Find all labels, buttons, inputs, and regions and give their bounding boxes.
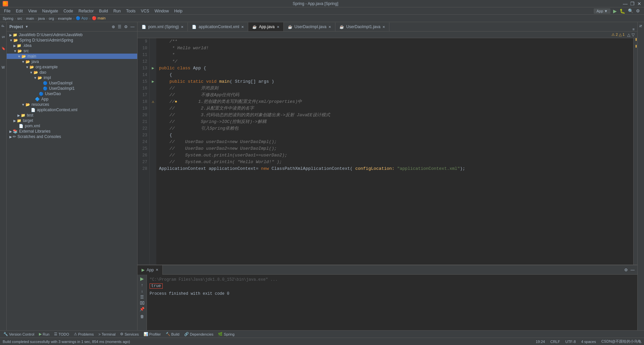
web-icon[interactable]: W <box>2 66 5 69</box>
locate-file-icon[interactable]: ⊕ <box>112 24 115 29</box>
run-tab[interactable]: ▶ App ✕ <box>138 265 163 275</box>
run-scroll-up-icon[interactable]: ↑ <box>141 283 143 287</box>
breadcrumb-app[interactable]: 🔵 App <box>76 16 88 20</box>
close-button[interactable]: ✕ <box>637 1 641 6</box>
structure-icon[interactable]: S <box>1 36 5 38</box>
editor-scrollbar-track[interactable] <box>633 38 637 265</box>
statusbar-indent[interactable]: 4 spaces <box>581 340 596 344</box>
tree-item-spring[interactable]: ▼ 📂 Spring D:\Users\Admin\Spring <box>7 38 137 43</box>
tree-item-userdaoimpl1[interactable]: 🔵 UserDaoImpl1 <box>7 86 137 91</box>
tree-item-test[interactable]: ▶ 📁 test <box>7 113 137 118</box>
menu-tools[interactable]: Tools <box>123 8 138 14</box>
bookmarks-icon[interactable]: 🔖 <box>1 47 5 50</box>
run-toolbar-btn[interactable]: ▶ Run <box>37 332 51 337</box>
minimize-button[interactable]: — <box>623 1 628 6</box>
tree-item-appcontext[interactable]: 📄 applicationContext.xml <box>7 107 137 113</box>
tree-item-org-example[interactable]: ▼ 📂 org.example <box>7 64 137 70</box>
build-toolbar-btn[interactable]: 🔨 Build <box>164 332 181 337</box>
tree-item-idea[interactable]: ▶ 📁 .idea <box>7 43 137 48</box>
scroll-top-icon[interactable]: △ <box>627 32 630 37</box>
dependencies-toolbar-btn[interactable]: 🔗 Dependencies <box>182 332 215 337</box>
statusbar-encoding[interactable]: CRLF <box>550 340 560 344</box>
run-restart-icon[interactable]: ▶ <box>140 276 144 281</box>
vcs-toolbar-btn[interactable]: 🔧 Version Control <box>1 332 36 337</box>
problems-toolbar-btn[interactable]: ⚠ Problems <box>72 332 96 337</box>
tree-item-javaweb[interactable]: ▶ 📁 JavaWeb D:\Users\Admin\JavaWeb <box>7 32 137 38</box>
profiler-toolbar-btn[interactable]: 📊 Profiler <box>142 332 163 337</box>
menu-refactor[interactable]: Refactor <box>76 8 96 14</box>
tree-item-target[interactable]: ▶ 📁 target <box>7 118 137 123</box>
run-soft-wrap-icon[interactable]: ⌧ <box>140 301 145 305</box>
menu-run[interactable]: Run <box>111 8 123 14</box>
project-icon[interactable]: P <box>1 25 5 27</box>
notifications-icon[interactable]: N <box>639 25 643 27</box>
scroll-bottom-icon[interactable]: ▽ <box>632 32 635 37</box>
menu-file[interactable]: File <box>1 8 13 14</box>
breadcrumb-org[interactable]: org <box>49 16 54 20</box>
tree-item-ext-libs[interactable]: ▶ 📚 External Libraries <box>7 129 137 134</box>
debug-button[interactable]: 🐛 <box>620 8 625 14</box>
tree-item-resources[interactable]: ▼ 📂 resources <box>7 102 137 107</box>
run-pin-icon[interactable]: 📌 <box>140 307 145 312</box>
menu-edit[interactable]: Edit <box>13 8 25 14</box>
search-everywhere-button[interactable]: 🔍 <box>628 8 633 13</box>
more-tabs-icon[interactable]: ≡ <box>633 27 635 31</box>
menu-code[interactable]: Code <box>61 8 76 14</box>
run-format-icon[interactable]: ☰ <box>140 295 144 299</box>
maximize-button[interactable]: ❐ <box>630 1 635 6</box>
code-content[interactable]: /** * Hello world! * */ public class App… <box>156 38 633 265</box>
menu-window[interactable]: Window <box>152 8 172 14</box>
statusbar-charset[interactable]: UTF-8 <box>565 340 576 344</box>
breadcrumb-example[interactable]: example <box>58 16 72 20</box>
tree-item-main[interactable]: ▼ 📂 main <box>7 54 137 59</box>
tab-close-icon[interactable]: ✕ <box>277 25 279 29</box>
run-scroll-down-icon[interactable]: ↓ <box>141 289 143 293</box>
todo-toolbar-btn[interactable]: ☰ TODO <box>52 332 71 337</box>
code-editor[interactable]: 9 10 11 12 13 14 15 16 17 18 19 20 21 22… <box>138 38 637 265</box>
collapse-all-icon[interactable]: ☰ <box>118 24 121 29</box>
tree-item-userdao[interactable]: 🔵 UserDao <box>7 91 137 96</box>
run-indicator[interactable]: ▶ <box>150 78 156 85</box>
tree-item-scratches[interactable]: ▶ ✏ Scratches and Consoles <box>7 134 137 139</box>
terminal-toolbar-btn[interactable]: > Terminal <box>96 332 117 337</box>
tab-close-icon[interactable]: ✕ <box>241 25 244 29</box>
menu-navigate[interactable]: Navigate <box>40 8 61 14</box>
spring-toolbar-btn[interactable]: 🌿 Spring <box>216 332 236 337</box>
run-config-selector[interactable]: App ▼ <box>594 8 610 14</box>
breadcrumb-java[interactable]: java <box>38 16 45 20</box>
services-toolbar-btn[interactable]: ⚙ Services <box>118 332 141 337</box>
tab-pomxml[interactable]: 📄 pom.xml (Spring) ✕ <box>138 22 188 31</box>
menu-vcs[interactable]: VCS <box>138 8 152 14</box>
tab-userdaoimpl1[interactable]: ☕ UserDaoImpl1.java ✕ <box>335 22 389 31</box>
tree-item-impl[interactable]: ▼ 📂 impl <box>7 75 137 80</box>
breadcrumb-main[interactable]: main <box>26 16 34 20</box>
run-minimize-icon[interactable]: — <box>631 268 635 272</box>
menu-build[interactable]: Build <box>96 8 111 14</box>
settings-button[interactable]: ⚙ <box>636 8 640 13</box>
breadcrumb-main-method[interactable]: 🔴 main <box>92 16 106 20</box>
tree-item-app[interactable]: 🔷 App <box>7 96 137 102</box>
warning-marker[interactable]: ⚠ <box>150 98 156 105</box>
tree-item-userdaoimpl[interactable]: 🔵 UserDaoImpl <box>7 80 137 86</box>
run-settings-icon[interactable]: ⚙ <box>624 268 628 272</box>
breadcrumb-src[interactable]: src <box>17 16 22 20</box>
tab-appjava[interactable]: ☕ App.java ✕ <box>248 22 284 31</box>
menu-help[interactable]: Help <box>171 8 185 14</box>
run-button[interactable]: ▶ <box>613 8 617 14</box>
tab-userdaoimpl[interactable]: ☕ UserDaoImpl.java ✕ <box>284 22 335 31</box>
menu-view[interactable]: View <box>25 8 40 14</box>
run-clear-icon[interactable]: 🗑 <box>140 314 144 319</box>
breadcrumb-spring[interactable]: Spring <box>3 16 13 20</box>
tree-item-java[interactable]: ▼ 📂 java <box>7 59 137 64</box>
warning-indicator[interactable]: ⚠ 2 △ 1 <box>611 32 625 37</box>
tree-item-pom[interactable]: 📄 pom.xml <box>7 123 137 129</box>
tree-item-src[interactable]: ▼ 📂 src <box>7 48 137 54</box>
project-settings-icon[interactable]: ⚙ <box>124 24 128 29</box>
tab-close-icon[interactable]: ✕ <box>328 25 331 29</box>
tab-appcontext[interactable]: 📄 applicationContext.xml ✕ <box>188 22 248 31</box>
tab-close-icon[interactable]: ✕ <box>181 25 183 29</box>
hide-panel-icon[interactable]: — <box>130 24 135 29</box>
tab-close-icon[interactable]: ✕ <box>382 25 385 29</box>
project-dropdown-icon[interactable]: ▼ <box>25 25 29 28</box>
run-indicator[interactable]: ▶ <box>150 65 156 72</box>
